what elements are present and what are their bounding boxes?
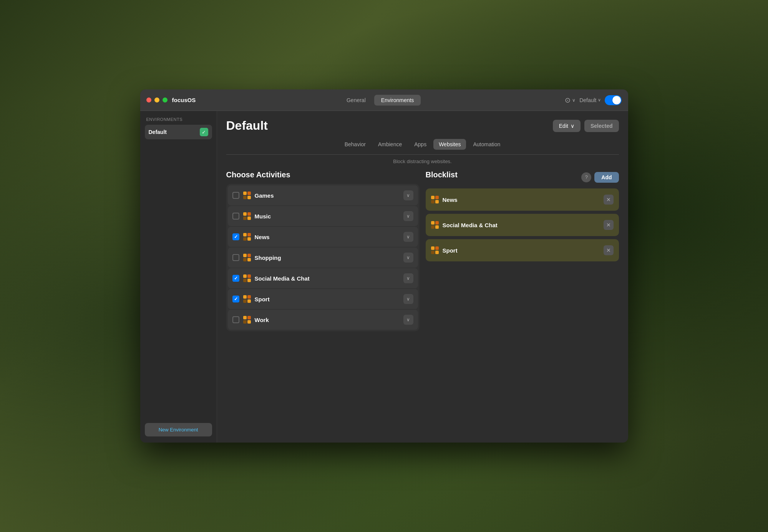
selected-button[interactable]: Selected (584, 120, 619, 132)
blocklist-title: Blocklist (426, 170, 458, 179)
tab-automation[interactable]: Automation (468, 139, 506, 150)
expand-social-button[interactable]: ∨ (403, 273, 413, 283)
help-button[interactable]: ? (581, 172, 591, 182)
music-icon (243, 212, 251, 220)
expand-shopping-button[interactable]: ∨ (403, 253, 413, 263)
activity-item-social[interactable]: Social Media & Chat ∨ (228, 268, 418, 288)
activities-column: Choose Activities Games (226, 170, 420, 435)
edit-chevron: ∨ (571, 123, 574, 129)
expand-news-button[interactable]: ∨ (403, 232, 413, 242)
activity-left-news: News (232, 233, 270, 241)
activity-name-social: Social Media & Chat (255, 275, 310, 282)
block-subtitle: Block distracting websites. (226, 159, 619, 164)
expand-games-button[interactable]: ∨ (403, 190, 413, 200)
title-bar-tabs: General Environments (340, 95, 421, 106)
activity-left-games: Games (232, 192, 274, 199)
activity-item-music[interactable]: Music ∨ (228, 206, 418, 226)
activities-list: Games ∨ Mus (226, 184, 420, 331)
maximize-button[interactable] (163, 97, 168, 102)
blocklist-item-label-news: News (443, 197, 458, 203)
activity-checkbox-work[interactable] (232, 316, 239, 323)
activity-name-work: Work (255, 317, 269, 323)
tab-ambience[interactable]: Ambience (373, 139, 407, 150)
more-chevron: ∨ (572, 97, 576, 103)
blocklist-left-news: News (431, 196, 458, 203)
minimize-button[interactable] (154, 97, 159, 102)
app-window: focusOS General Environments ⊙ ∨ Default… (140, 89, 628, 443)
blocklist-header: Blocklist ? Add (426, 170, 619, 184)
close-button[interactable] (146, 97, 151, 102)
sub-tabs: Behavior Ambience Apps Websites Automati… (226, 139, 619, 155)
panel-header: Default Edit ∨ Selected (226, 119, 619, 133)
activity-left-social: Social Media & Chat (232, 274, 310, 282)
activity-checkbox-games[interactable] (232, 192, 239, 199)
expand-work-button[interactable]: ∨ (403, 315, 413, 325)
activity-checkbox-sport[interactable] (232, 296, 239, 302)
blocklist-header-right: ? Add (581, 172, 619, 183)
new-environment-button[interactable]: New Environment (145, 423, 212, 436)
blocklist-sport-icon (431, 246, 439, 254)
activity-left-work: Work (232, 316, 269, 324)
activity-checkbox-social[interactable] (232, 275, 239, 282)
blocklist-left-social: Social Media & Chat (431, 221, 498, 229)
sidebar-item-label: Default (149, 129, 167, 135)
activity-left-music: Music (232, 212, 271, 220)
activity-name-sport: Sport (255, 296, 270, 302)
social-icon (243, 274, 251, 282)
activity-left-sport: Sport (232, 295, 270, 303)
tab-behavior[interactable]: Behavior (339, 139, 371, 150)
remove-news-button[interactable]: ✕ (604, 195, 614, 205)
blocklist-items: News ✕ Social Media & Chat (426, 188, 619, 261)
expand-sport-button[interactable]: ∨ (403, 294, 413, 304)
sidebar-selected-icon: ✓ (200, 128, 208, 136)
more-options-button[interactable]: ⊙ ∨ (565, 96, 576, 104)
activity-checkbox-shopping[interactable] (232, 254, 239, 261)
blocklist-item-social: Social Media & Chat ✕ (426, 214, 619, 236)
tab-environments[interactable]: Environments (374, 95, 421, 106)
sidebar: Environments Default ✓ New Environment (140, 111, 217, 443)
activity-item-news[interactable]: News ∨ (228, 227, 418, 247)
activity-name-music: Music (255, 213, 271, 220)
tab-general[interactable]: General (340, 95, 373, 106)
blocklist-item-news: News ✕ (426, 188, 619, 211)
activity-name-shopping: Shopping (255, 254, 281, 261)
shopping-icon (243, 254, 251, 261)
sidebar-item-default[interactable]: Default ✓ (145, 125, 212, 139)
activity-name-games: Games (255, 192, 274, 199)
traffic-lights (146, 97, 168, 102)
blocklist-item-label-social: Social Media & Chat (443, 222, 498, 228)
activity-left-shopping: Shopping (232, 254, 281, 261)
columns: Choose Activities Games (226, 170, 619, 435)
activity-item-sport[interactable]: Sport ∨ (228, 289, 418, 309)
activity-item-shopping[interactable]: Shopping ∨ (228, 248, 418, 268)
remove-social-button[interactable]: ✕ (604, 220, 614, 230)
activity-checkbox-music[interactable] (232, 213, 239, 220)
more-icon: ⊙ (565, 96, 571, 104)
tab-websites[interactable]: Websites (433, 139, 466, 150)
sidebar-section-label: Environments (145, 117, 212, 122)
activity-name-news: News (255, 234, 270, 240)
title-bar: focusOS General Environments ⊙ ∨ Default… (140, 89, 628, 111)
blocklist-item-label-sport: Sport (443, 247, 458, 254)
activity-item-work[interactable]: Work ∨ (228, 310, 418, 330)
add-button[interactable]: Add (594, 172, 619, 183)
activities-title: Choose Activities (226, 170, 420, 179)
blocklist-news-icon (431, 196, 439, 203)
tab-apps[interactable]: Apps (409, 139, 432, 150)
expand-music-button[interactable]: ∨ (403, 211, 413, 221)
edit-label: Edit (559, 123, 568, 129)
work-icon (243, 316, 251, 324)
main-content: Environments Default ✓ New Environment D… (140, 111, 628, 443)
edit-button[interactable]: Edit ∨ (553, 120, 581, 132)
news-icon (243, 233, 251, 241)
blocklist-social-icon (431, 221, 439, 229)
blocklist-left-sport: Sport (431, 246, 458, 254)
activity-item-games[interactable]: Games ∨ (228, 185, 418, 205)
main-toggle[interactable] (605, 95, 622, 105)
activity-checkbox-news[interactable] (232, 233, 239, 240)
remove-sport-button[interactable]: ✕ (604, 245, 614, 255)
default-dropdown[interactable]: Default ∨ (579, 97, 601, 103)
blocklist-column: Blocklist ? Add (426, 170, 619, 435)
title-bar-right: ⊙ ∨ Default ∨ (565, 95, 622, 105)
games-icon (243, 192, 251, 199)
